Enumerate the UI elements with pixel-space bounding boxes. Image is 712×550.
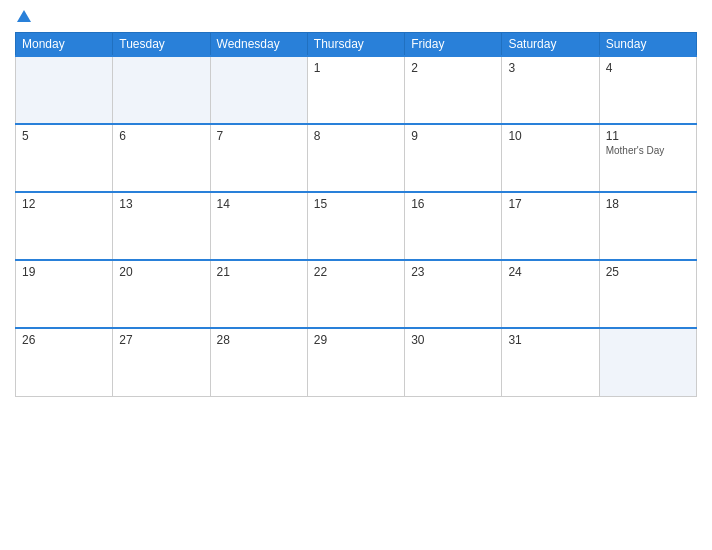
day-number: 10: [508, 129, 592, 143]
calendar-table: Monday Tuesday Wednesday Thursday Friday…: [15, 32, 697, 397]
day-number: 16: [411, 197, 495, 211]
calendar-week-row: 262728293031: [16, 328, 697, 396]
day-number: 8: [314, 129, 398, 143]
day-number: 21: [217, 265, 301, 279]
day-number: 31: [508, 333, 592, 347]
calendar-day: 15: [307, 192, 404, 260]
day-number: 15: [314, 197, 398, 211]
calendar-day: 27: [113, 328, 210, 396]
col-saturday: Saturday: [502, 33, 599, 57]
day-number: 9: [411, 129, 495, 143]
day-number: 26: [22, 333, 106, 347]
calendar-day: [16, 56, 113, 124]
day-number: 29: [314, 333, 398, 347]
calendar-day: 3: [502, 56, 599, 124]
calendar-day: 10: [502, 124, 599, 192]
calendar-day: 5: [16, 124, 113, 192]
calendar-day: 4: [599, 56, 696, 124]
calendar-day: 6: [113, 124, 210, 192]
day-number: 17: [508, 197, 592, 211]
col-tuesday: Tuesday: [113, 33, 210, 57]
day-number: 12: [22, 197, 106, 211]
col-sunday: Sunday: [599, 33, 696, 57]
calendar-day: 25: [599, 260, 696, 328]
col-thursday: Thursday: [307, 33, 404, 57]
day-number: 2: [411, 61, 495, 75]
days-of-week-row: Monday Tuesday Wednesday Thursday Friday…: [16, 33, 697, 57]
logo: [15, 10, 31, 24]
day-number: 3: [508, 61, 592, 75]
logo-triangle-icon: [17, 10, 31, 22]
calendar-body: 1234567891011Mother's Day121314151617181…: [16, 56, 697, 396]
day-number: 1: [314, 61, 398, 75]
calendar-day: 17: [502, 192, 599, 260]
calendar-day: [210, 56, 307, 124]
calendar-day: 30: [405, 328, 502, 396]
col-monday: Monday: [16, 33, 113, 57]
calendar-week-row: 19202122232425: [16, 260, 697, 328]
calendar-day: 31: [502, 328, 599, 396]
calendar-day: [113, 56, 210, 124]
day-number: 7: [217, 129, 301, 143]
col-friday: Friday: [405, 33, 502, 57]
calendar-page: Monday Tuesday Wednesday Thursday Friday…: [0, 0, 712, 550]
calendar-day: 29: [307, 328, 404, 396]
calendar-day: 22: [307, 260, 404, 328]
calendar-day: [599, 328, 696, 396]
calendar-week-row: 567891011Mother's Day: [16, 124, 697, 192]
holiday-label: Mother's Day: [606, 145, 690, 156]
calendar-day: 18: [599, 192, 696, 260]
day-number: 30: [411, 333, 495, 347]
day-number: 22: [314, 265, 398, 279]
day-number: 13: [119, 197, 203, 211]
calendar-day: 26: [16, 328, 113, 396]
header: [15, 10, 697, 24]
calendar-week-row: 1234: [16, 56, 697, 124]
calendar-day: 21: [210, 260, 307, 328]
calendar-day: 2: [405, 56, 502, 124]
day-number: 25: [606, 265, 690, 279]
day-number: 6: [119, 129, 203, 143]
calendar-header: Monday Tuesday Wednesday Thursday Friday…: [16, 33, 697, 57]
col-wednesday: Wednesday: [210, 33, 307, 57]
day-number: 19: [22, 265, 106, 279]
calendar-day: 12: [16, 192, 113, 260]
calendar-day: 28: [210, 328, 307, 396]
calendar-day: 24: [502, 260, 599, 328]
calendar-day: 19: [16, 260, 113, 328]
day-number: 28: [217, 333, 301, 347]
day-number: 23: [411, 265, 495, 279]
day-number: 18: [606, 197, 690, 211]
calendar-day: 11Mother's Day: [599, 124, 696, 192]
day-number: 24: [508, 265, 592, 279]
calendar-day: 13: [113, 192, 210, 260]
calendar-day: 14: [210, 192, 307, 260]
calendar-day: 16: [405, 192, 502, 260]
day-number: 14: [217, 197, 301, 211]
day-number: 20: [119, 265, 203, 279]
calendar-day: 20: [113, 260, 210, 328]
calendar-day: 8: [307, 124, 404, 192]
calendar-week-row: 12131415161718: [16, 192, 697, 260]
day-number: 5: [22, 129, 106, 143]
calendar-day: 1: [307, 56, 404, 124]
day-number: 27: [119, 333, 203, 347]
day-number: 4: [606, 61, 690, 75]
day-number: 11: [606, 129, 690, 143]
calendar-day: 9: [405, 124, 502, 192]
calendar-day: 23: [405, 260, 502, 328]
calendar-day: 7: [210, 124, 307, 192]
